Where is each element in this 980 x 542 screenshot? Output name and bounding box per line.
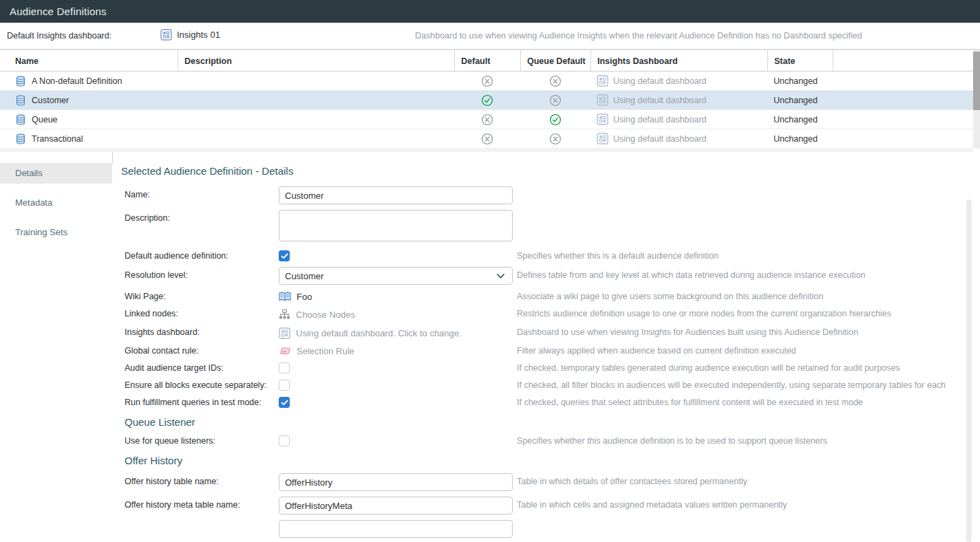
default-dashboard-picker[interactable]: Insights 01 xyxy=(160,29,220,41)
form-row: Default audience definition: Specifies w… xyxy=(121,250,980,261)
tab-metadata[interactable]: Metadata xyxy=(0,193,112,213)
dashboard-icon xyxy=(597,75,608,87)
link-control[interactable]: Foo xyxy=(279,290,513,302)
audience-definitions-table: Name Description Default Queue Default I… xyxy=(0,50,980,152)
tab-training-sets[interactable]: Training Sets xyxy=(0,222,112,243)
column-header-queue-default[interactable]: Queue Default xyxy=(520,50,590,72)
details-panel: Selected Audience Definition - Details N… xyxy=(112,160,980,542)
form-row xyxy=(121,520,980,538)
row-name: Queue xyxy=(32,115,58,124)
row-insights-dashboard[interactable]: Using default dashboard xyxy=(590,110,767,129)
field-label: Resolution level: xyxy=(125,267,279,280)
window-title-bar: Audience Definitions xyxy=(0,0,980,23)
form-row: Run fulfillment queries in test mode: If… xyxy=(121,396,980,408)
form-row: Use for queue listeners:Specifies whethe… xyxy=(121,435,980,446)
queue-default-x-circle-icon[interactable] xyxy=(549,94,562,107)
field-label: Audit audience target IDs: xyxy=(125,362,279,373)
details-tab-list: DetailsMetadataTraining Sets xyxy=(0,160,112,542)
row-name: Transactional xyxy=(32,134,83,144)
column-header-default[interactable]: Default xyxy=(454,50,520,72)
field-help-text: Dashboard to use when viewing Insights f… xyxy=(517,326,858,337)
row-insights-dashboard[interactable]: Using default dashboard xyxy=(590,91,767,109)
default-x-circle-icon[interactable] xyxy=(481,133,493,145)
form-row: Name: xyxy=(121,186,980,204)
queue-default-x-circle-icon[interactable] xyxy=(549,75,562,87)
database-icon xyxy=(15,76,26,87)
dashboard-icon xyxy=(279,327,290,339)
form-vertical-scrollbar[interactable] xyxy=(966,199,972,542)
default-dashboard-hint: Dashboard to use when viewing Audience I… xyxy=(415,31,862,41)
queue-default-check-circle-icon[interactable] xyxy=(549,113,562,126)
checkbox[interactable] xyxy=(279,435,290,446)
table-body: A Non-default Definition Using default d… xyxy=(0,72,980,149)
row-name: Customer xyxy=(32,96,69,105)
table-row[interactable]: A Non-default Definition Using default d… xyxy=(0,72,973,91)
form-title: Selected Audience Definition - Details xyxy=(121,165,980,177)
wiki-book-icon xyxy=(279,292,291,302)
column-header-description[interactable]: Description xyxy=(178,50,454,72)
column-header-name[interactable]: Name xyxy=(0,50,178,72)
section-heading: Offer History xyxy=(125,455,980,466)
checkbox[interactable] xyxy=(279,362,290,373)
field-help-text: If checked, all filter blocks in audienc… xyxy=(517,379,946,390)
column-header-insights-dashboard[interactable]: Insights Dashboard xyxy=(590,50,767,72)
link-control[interactable]: Using default dashboard. Click to change… xyxy=(279,326,513,339)
field-label xyxy=(125,520,279,523)
link-control[interactable]: Selection Rule xyxy=(279,345,513,356)
description-textarea[interactable] xyxy=(279,210,513,241)
text-input[interactable] xyxy=(279,186,513,204)
default-dashboard-value: Insights 01 xyxy=(177,30,220,40)
row-state: Unchanged xyxy=(774,134,818,144)
table-row[interactable]: Transactional Using default dashboardUnc… xyxy=(0,129,973,149)
column-header-filler xyxy=(833,50,973,72)
form-row: Ensure all blocks execute separately:If … xyxy=(121,379,980,391)
dashboard-icon xyxy=(597,133,608,144)
database-icon xyxy=(15,95,26,106)
form-rows: Name:Description:Default audience defini… xyxy=(121,186,980,538)
checkbox[interactable] xyxy=(279,397,290,408)
field-help-text: Filter always applied when audience base… xyxy=(517,345,796,356)
dashboard-icon xyxy=(597,94,608,106)
table-vertical-scrollbar[interactable] xyxy=(973,50,980,149)
field-help-text: Specifies whether this audience definiti… xyxy=(517,435,827,446)
chevron-down-icon xyxy=(496,273,505,279)
default-x-circle-icon[interactable] xyxy=(481,113,493,126)
field-help-text: Restricts audience definition usage to o… xyxy=(517,307,891,318)
field-label: Linked nodes: xyxy=(125,307,279,318)
default-dashboard-label: Default Insights dashboard: xyxy=(7,31,111,41)
default-x-circle-icon[interactable] xyxy=(481,75,493,87)
link-control[interactable]: Choose Nodes xyxy=(279,307,513,321)
text-input[interactable] xyxy=(279,497,513,514)
database-icon xyxy=(15,133,26,144)
section-heading: Queue Listener xyxy=(125,416,980,428)
field-label: Offer history table name: xyxy=(125,473,279,486)
row-insights-dashboard[interactable]: Using default dashboard xyxy=(590,129,767,148)
dashboard-icon xyxy=(160,29,172,41)
default-check-circle-icon[interactable] xyxy=(481,94,493,107)
scrollbar-thumb[interactable] xyxy=(973,52,980,110)
field-label: Ensure all blocks execute separately: xyxy=(125,379,279,390)
queue-default-x-circle-icon[interactable] xyxy=(549,133,562,145)
database-icon xyxy=(15,114,26,125)
tab-details[interactable]: Details xyxy=(0,163,112,184)
table-row[interactable]: Customer Using default dashboardUnchange… xyxy=(0,91,973,110)
field-label: Insights dashboard: xyxy=(125,326,279,337)
field-help-text: Table in which details of offer contacte… xyxy=(517,473,747,486)
table-header-row: Name Description Default Queue Default I… xyxy=(0,50,973,72)
form-row: Offer history meta table name:Table in w… xyxy=(121,497,980,514)
field-help-text: Defines table from and key level at whic… xyxy=(517,267,866,280)
text-input[interactable] xyxy=(279,520,513,538)
checkbox[interactable] xyxy=(279,250,290,261)
select-dropdown[interactable]: Customer xyxy=(279,267,513,285)
checkbox[interactable] xyxy=(279,380,290,391)
text-input[interactable] xyxy=(279,473,513,491)
table-horizontal-scrollbar[interactable] xyxy=(0,148,973,152)
dashboard-icon xyxy=(597,113,608,125)
field-label: Description: xyxy=(125,210,279,223)
field-label: Use for queue listeners: xyxy=(125,435,279,446)
column-header-state[interactable]: State xyxy=(767,50,833,72)
row-insights-dashboard[interactable]: Using default dashboard xyxy=(590,72,767,90)
table-row[interactable]: Queue Using default dashboardUnchanged xyxy=(0,110,973,129)
row-state: Unchanged xyxy=(774,96,818,105)
field-label: Default audience definition: xyxy=(125,250,279,261)
